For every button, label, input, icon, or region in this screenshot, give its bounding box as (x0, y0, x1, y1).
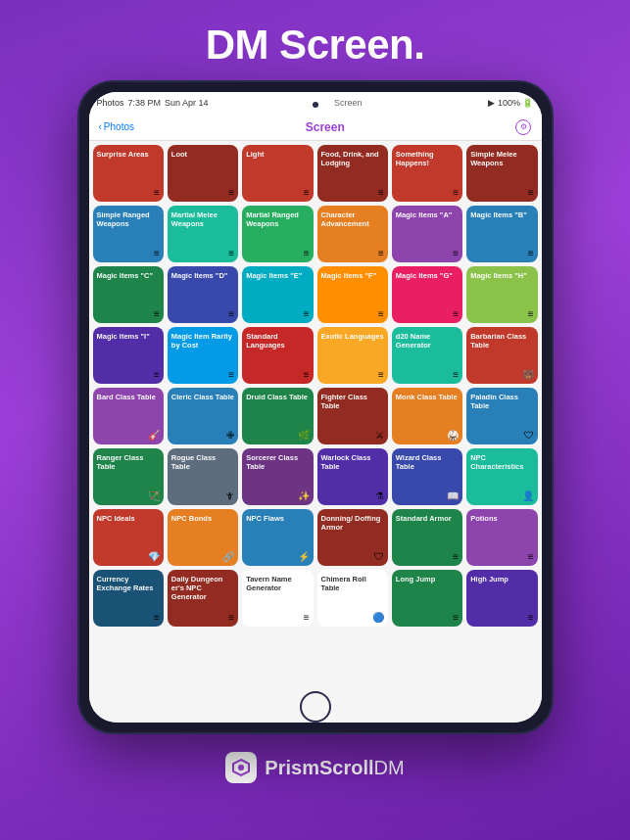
card-item[interactable]: Light≡ (242, 145, 313, 202)
footer-logo-icon (225, 752, 257, 783)
card-icon: ≡ (321, 308, 384, 319)
card-icon: 🔗 (171, 551, 234, 562)
card-icon: ≡ (396, 369, 459, 380)
card-item[interactable]: Simple Melee Weapons≡ (466, 145, 537, 202)
tablet-home-button[interactable] (300, 691, 331, 723)
card-label: Magic Items "I" (97, 332, 160, 367)
card-item[interactable]: Ranger Class Table🏹 (93, 448, 164, 505)
card-item[interactable]: Monk Class Table🥋 (392, 388, 462, 444)
card-item[interactable]: Long Jump≡ (392, 570, 462, 627)
card-icon: ≡ (470, 308, 533, 319)
card-item[interactable]: Magic Items "I"≡ (93, 327, 164, 384)
card-item[interactable]: Character Advancement≡ (317, 206, 388, 262)
card-label: NPC Flaws (246, 514, 309, 549)
card-label: Magic Items "F" (321, 271, 384, 306)
card-item[interactable]: Druid Class Table🌿 (242, 388, 313, 444)
card-item[interactable]: Standard Armor≡ (392, 509, 462, 566)
card-item[interactable]: Simple Ranged Weapons≡ (93, 206, 164, 262)
card-item[interactable]: Magic Items "A"≡ (392, 206, 462, 262)
card-item[interactable]: Magic Items "D"≡ (168, 266, 238, 323)
card-item[interactable]: d20 Name Generator≡ (392, 327, 462, 384)
status-right: ▶ 100% 🔋 (488, 98, 534, 108)
card-item[interactable]: Fighter Class Table⚔ (317, 388, 388, 444)
card-item[interactable]: NPC Flaws⚡ (242, 509, 313, 566)
card-icon: ≡ (321, 248, 384, 258)
card-item[interactable]: Barbarian Class Table🐻 (466, 327, 537, 384)
card-label: Tavern Name Generator (246, 575, 309, 610)
card-item[interactable]: Magic Items "E"≡ (242, 266, 313, 323)
card-item[interactable]: Loot≡ (168, 145, 238, 202)
card-item[interactable]: Magic Items "G"≡ (392, 266, 462, 323)
card-item[interactable]: Standard Languages≡ (242, 327, 313, 384)
card-label: Daily Dungeon er's NPC Generator (171, 575, 234, 610)
card-item[interactable]: Surprise Areas≡ (93, 145, 164, 202)
card-icon: ≡ (171, 187, 234, 198)
card-item[interactable]: Magic Items "B"≡ (466, 206, 537, 262)
card-item[interactable]: Daily Dungeon er's NPC Generator≡ (168, 570, 238, 627)
card-item[interactable]: NPC Bonds🔗 (168, 509, 238, 566)
card-label: Chimera Roll Table (321, 575, 384, 610)
card-icon: ✙ (171, 430, 234, 441)
card-label: NPC Characteristics (470, 453, 533, 489)
card-item[interactable]: Martial Melee Weapons≡ (168, 206, 238, 262)
footer-brand-text: PrismScrollDM (265, 757, 404, 779)
status-date: Sun Apr 14 (165, 98, 209, 108)
card-item[interactable]: Sorcerer Class Table✨ (242, 448, 313, 505)
tablet-screen: Photos 7:38 PM Sun Apr 14 Screen ▶ 100% … (89, 92, 542, 723)
card-item[interactable]: Magic Item Rarity by Cost≡ (168, 327, 238, 384)
card-icon: ≡ (396, 551, 459, 562)
card-item[interactable]: Chimera Roll Table🔵 (317, 570, 388, 627)
card-item[interactable]: NPC Ideals💎 (93, 509, 164, 566)
card-item[interactable]: Magic Items "F"≡ (317, 266, 388, 323)
card-icon: 🛡 (470, 430, 533, 441)
card-label: NPC Bonds (171, 514, 234, 549)
settings-button[interactable]: ⚙ (515, 119, 531, 135)
card-label: Rogue Class Table (171, 453, 234, 489)
nav-title: Screen (306, 120, 345, 134)
card-icon: 👤 (470, 490, 533, 501)
card-icon: ≡ (470, 551, 533, 562)
card-label: Food, Drink, and Lodging (321, 150, 384, 185)
card-label: Fighter Class Table (321, 393, 384, 428)
status-photos: Photos (97, 98, 124, 108)
card-item[interactable]: Wizard Class Table📖 (392, 448, 462, 505)
status-center: Screen (334, 98, 363, 108)
card-icon: ≡ (97, 308, 160, 319)
card-label: d20 Name Generator (396, 332, 459, 367)
card-icon: 🗡 (171, 490, 234, 501)
status-time: 7:38 PM (128, 98, 162, 108)
card-item[interactable]: Rogue Class Table🗡 (168, 448, 238, 505)
card-label: Magic Item Rarity by Cost (171, 332, 234, 367)
card-label: Barbarian Class Table (470, 332, 533, 367)
card-grid-container[interactable]: Surprise Areas≡Loot≡Light≡Food, Drink, a… (89, 141, 542, 723)
card-item[interactable]: Magic Items "H"≡ (466, 266, 537, 323)
card-item[interactable]: Food, Drink, and Lodging≡ (317, 145, 388, 202)
card-item[interactable]: Tavern Name Generator≡ (242, 570, 313, 627)
card-item[interactable]: Cleric Class Table✙ (168, 388, 238, 444)
card-item[interactable]: Warlock Class Table⚗ (317, 448, 388, 505)
card-label: Magic Items "E" (246, 271, 309, 306)
card-label: Long Jump (396, 575, 459, 610)
card-item[interactable]: Magic Items "C"≡ (93, 266, 164, 323)
card-icon: 🎸 (97, 430, 160, 441)
card-label: Magic Items "D" (171, 271, 234, 306)
card-icon: ≡ (97, 612, 160, 623)
card-item[interactable]: Currency Exchange Rates≡ (93, 570, 164, 627)
back-button[interactable]: ‹ Photos (99, 121, 134, 132)
card-label: Magic Items "B" (470, 210, 533, 246)
card-item[interactable]: High Jump≡ (466, 570, 537, 627)
card-icon: ≡ (171, 369, 234, 380)
card-item[interactable]: Paladin Class Table🛡 (466, 388, 537, 444)
card-label: Simple Melee Weapons (470, 150, 533, 185)
card-item[interactable]: Potions≡ (466, 509, 537, 566)
footer: PrismScrollDM (225, 752, 404, 783)
card-item[interactable]: Donning/ Doffing Armor🛡 (317, 509, 388, 566)
card-item[interactable]: Something Happens!≡ (392, 145, 462, 202)
card-icon: 🐻 (470, 369, 533, 380)
card-icon: ≡ (246, 248, 309, 258)
card-item[interactable]: Martial Ranged Weapons≡ (242, 206, 313, 262)
card-item[interactable]: Bard Class Table🎸 (93, 388, 164, 444)
card-item[interactable]: NPC Characteristics👤 (466, 448, 537, 505)
card-item[interactable]: Exotic Languages≡ (317, 327, 388, 384)
card-icon: 📖 (396, 490, 459, 501)
